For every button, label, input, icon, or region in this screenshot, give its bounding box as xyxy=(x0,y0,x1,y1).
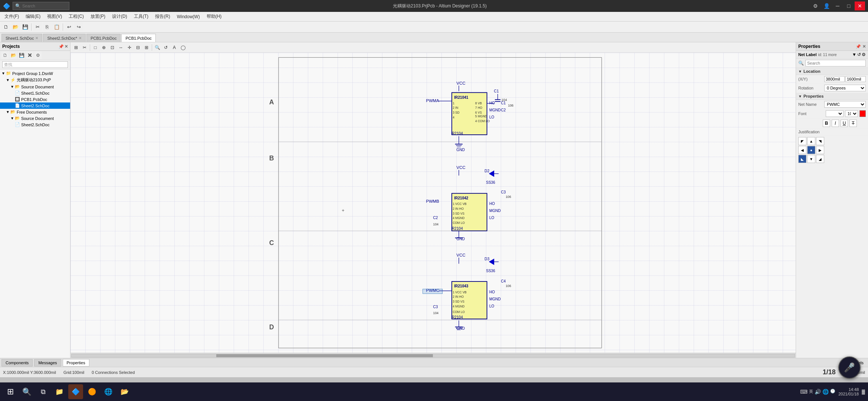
bold-button[interactable]: B xyxy=(823,120,830,127)
title-search-input[interactable] xyxy=(22,4,67,8)
tree-item-sheet1[interactable]: 📄 Sheet1.SchDoc xyxy=(0,90,70,96)
menu-place[interactable]: 放置(P) xyxy=(88,13,108,21)
settings-icon[interactable]: ⚙ xyxy=(810,1,821,10)
menu-project[interactable]: 工程(C) xyxy=(66,13,87,21)
desktop-show[interactable]: ▓ xyxy=(862,389,865,394)
tab-pcb1[interactable]: PCB1.PcbDoc xyxy=(86,34,121,42)
volume-icon[interactable]: 🔊 xyxy=(815,389,821,395)
j-center[interactable]: ● xyxy=(807,146,815,154)
taskview-button[interactable]: ⧉ xyxy=(36,384,50,399)
mic-button[interactable]: 🎤 xyxy=(838,356,861,379)
app2-button[interactable]: 🟠 xyxy=(85,384,99,399)
menu-edit[interactable]: 编辑(E) xyxy=(23,13,43,21)
right-search-input[interactable] xyxy=(805,60,866,66)
pt-save[interactable]: 💾 xyxy=(18,52,25,59)
cut-button[interactable]: ✂ xyxy=(33,23,42,32)
properties-section[interactable]: ▼ Properties xyxy=(796,93,868,100)
st-minus[interactable]: ⊟ xyxy=(134,43,142,52)
settings-sm-icon[interactable]: ⚙ xyxy=(862,52,866,57)
lang-icon[interactable]: 英 xyxy=(809,389,813,395)
save-button[interactable]: 💾 xyxy=(21,23,30,32)
app3-button[interactable]: 🌐 xyxy=(101,384,116,399)
st-circle[interactable]: ◯ xyxy=(179,43,187,52)
menu-design[interactable]: 设计(D) xyxy=(109,13,130,21)
paste-button[interactable]: 📋 xyxy=(52,23,61,32)
new-button[interactable]: 🗋 xyxy=(1,23,10,32)
pt-close[interactable]: 🗙 xyxy=(26,52,33,59)
right-panel-close[interactable]: ✕ xyxy=(862,44,866,49)
tree-item-source[interactable]: ▼ 📂 Source Document xyxy=(0,84,70,90)
project-search-input[interactable] xyxy=(2,61,68,68)
x-input[interactable] xyxy=(824,76,845,82)
strikethrough-button[interactable]: T xyxy=(849,120,857,127)
panel-pin-button[interactable]: 📌 xyxy=(59,44,64,49)
open-button[interactable]: 📂 xyxy=(11,23,20,32)
search-taskbar[interactable]: 🔍 xyxy=(19,384,34,399)
st-plus[interactable]: ⊕ xyxy=(100,43,108,52)
j-bot-left[interactable]: ◣ xyxy=(798,155,806,163)
menu-reports[interactable]: 报告(R) xyxy=(152,13,173,21)
panel-close-button[interactable]: ✕ xyxy=(65,44,68,49)
close-button[interactable]: ✕ xyxy=(855,1,865,10)
menu-tools[interactable]: 工具(T) xyxy=(131,13,151,21)
clock-icon[interactable]: 🕐 xyxy=(830,389,835,395)
network-icon[interactable]: 🌐 xyxy=(822,389,829,395)
underline-button[interactable]: U xyxy=(841,120,848,127)
undo-button[interactable]: ↩ xyxy=(65,23,73,32)
altium-taskbar[interactable]: 🔷 xyxy=(68,384,83,399)
menu-file[interactable]: 文件(F) xyxy=(1,13,22,21)
tree-item-free[interactable]: ▼ 📂 Free Documents xyxy=(0,109,70,115)
net-name-select[interactable]: PWMC PWMA PWMB xyxy=(824,101,866,108)
st-text[interactable]: A xyxy=(170,43,178,52)
scrollbar-track[interactable] xyxy=(71,354,795,358)
j-top-center[interactable]: ▲ xyxy=(807,137,815,145)
tree-item-group[interactable]: ▼ 📁 Project Group 1.DsnW xyxy=(0,70,70,76)
refresh-icon[interactable]: ↺ xyxy=(857,52,861,57)
location-section[interactable]: ▼ Location xyxy=(796,68,868,75)
redo-button[interactable]: ↪ xyxy=(74,23,83,32)
h-scrollbar[interactable] xyxy=(70,353,796,358)
tree-item-project[interactable]: ▼ ⚡ 光耦驱动2103.PrjP xyxy=(0,76,70,84)
st-cut[interactable]: ✂ xyxy=(80,43,89,52)
italic-button[interactable]: I xyxy=(832,120,839,127)
app4-button[interactable]: 📂 xyxy=(117,384,132,399)
tab-sheet2-close[interactable]: ✕ xyxy=(79,36,82,40)
menu-view[interactable]: 视图(V) xyxy=(44,13,65,21)
menu-help[interactable]: 帮助(H) xyxy=(204,13,225,21)
user-icon[interactable]: 👤 xyxy=(821,1,832,10)
filter-icon[interactable]: ▼ xyxy=(852,52,857,57)
st-zoom[interactable]: 🔍 xyxy=(153,43,161,52)
st-rotate[interactable]: ↺ xyxy=(162,43,170,52)
j-mid-left[interactable]: ◀ xyxy=(798,146,806,154)
messages-tab[interactable]: Messages xyxy=(34,359,61,366)
tab-pcb1-active[interactable]: PCB1.PcbDoc xyxy=(121,34,155,42)
menu-window[interactable]: Window(W) xyxy=(174,13,203,21)
j-top-right[interactable]: ◥ xyxy=(816,137,824,145)
j-bot-right[interactable]: ◢ xyxy=(816,155,824,163)
j-bot-center[interactable]: ▼ xyxy=(807,155,815,163)
scrollbar-thumb[interactable] xyxy=(216,354,433,357)
font-color-swatch[interactable] xyxy=(859,110,866,117)
pt-open[interactable]: 📂 xyxy=(10,52,17,59)
st-grid[interactable]: ⊞ xyxy=(142,43,151,52)
copy-button[interactable]: ⎘ xyxy=(43,23,52,32)
ie-button[interactable]: 📁 xyxy=(52,384,67,399)
properties-tab[interactable]: Properties xyxy=(63,359,89,366)
start-button[interactable]: ⊞ xyxy=(3,384,18,399)
y-input[interactable] xyxy=(845,76,866,82)
title-controls[interactable]: ⚙ 👤 ─ □ ✕ xyxy=(810,1,865,10)
st-rect[interactable]: □ xyxy=(91,43,99,52)
tree-item-free-source[interactable]: ▼ 📂 Source Document xyxy=(0,115,70,121)
tree-item-pcb1[interactable]: 🔲 PCB1.PcbDoc xyxy=(0,96,70,102)
tab-sheet1-close[interactable]: ✕ xyxy=(35,36,38,40)
tab-sheet2[interactable]: Sheet2.SchDoc* ✕ xyxy=(43,34,86,42)
tree-item-free-sheet2[interactable]: 📄 Sheet2.SchDoc xyxy=(0,121,70,128)
st-select[interactable]: ⊞ xyxy=(72,43,80,52)
font-family-select[interactable] xyxy=(826,110,844,117)
pt-settings[interactable]: ⚙ xyxy=(34,52,42,59)
st-hline[interactable]: ↔ xyxy=(117,43,125,52)
pt-new[interactable]: 🗋 xyxy=(1,52,9,59)
j-mid-right[interactable]: ▶ xyxy=(816,146,824,154)
restore-button[interactable]: □ xyxy=(844,1,854,10)
tree-item-sheet2-selected[interactable]: 📄 Sheet2.SchDoc xyxy=(0,102,70,109)
